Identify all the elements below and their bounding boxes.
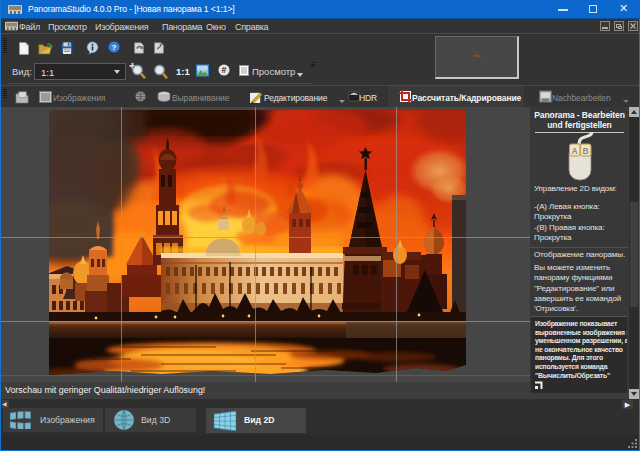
svg-text:1:1: 1:1 [176, 66, 190, 77]
svg-text:A: A [571, 146, 577, 156]
svg-text:B: B [582, 146, 588, 156]
svg-text:#: # [222, 65, 227, 75]
svg-text:?: ? [112, 43, 117, 52]
